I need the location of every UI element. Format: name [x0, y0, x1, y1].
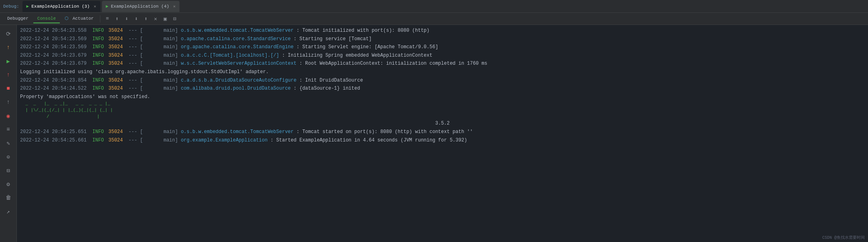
- log-pid: 35024: [108, 77, 128, 84]
- log-level: INFO: [92, 43, 108, 51]
- version-line: 3.5.2: [17, 120, 868, 128]
- toolbar-grid-btn[interactable]: ▣: [161, 14, 169, 23]
- log-thread: main: [143, 128, 175, 136]
- log-thread: main: [143, 60, 175, 68]
- tab-run-icon-4: ▶: [106, 4, 109, 9]
- log-logger: o.s.b.w.embedded.tomcat.TomcatWebServer: [181, 128, 293, 136]
- log-message: : Root WebApplicationContext: initializa…: [296, 60, 487, 68]
- log-thread: main: [143, 52, 175, 59]
- log-message: : Starting service [Tomcat]: [291, 35, 372, 43]
- log-thread: main: [143, 77, 175, 84]
- log-line: 2022-12-24 20:54:23.679 INFO 35024 --- […: [17, 59, 868, 68]
- sidebar-align-btn[interactable]: ≡: [2, 123, 15, 136]
- sidebar-up-btn[interactable]: ↑: [2, 96, 15, 109]
- tab-label-3: ExampleApplication (3): [31, 4, 90, 9]
- log-level: INFO: [92, 77, 108, 84]
- sidebar-record-btn[interactable]: ◉: [2, 109, 15, 122]
- toolbar-cancel-btn[interactable]: ✕: [151, 14, 160, 23]
- sidebar-settings-btn[interactable]: ⚙: [2, 178, 15, 191]
- log-level: INFO: [92, 85, 108, 92]
- log-thread: main: [143, 43, 175, 51]
- log-line: 2022-12-24 20:54:23.679 INFO 35024 --- […: [17, 51, 868, 60]
- log-line: 2022-12-24 20:54:25.651 INFO 35024 --- […: [17, 128, 868, 136]
- tab-actuator[interactable]: ⬡ Actuator: [61, 14, 98, 23]
- tab-close-3[interactable]: ✕: [94, 4, 96, 9]
- toolbar-up-btn[interactable]: ⬆: [112, 14, 121, 23]
- sidebar-stop-btn[interactable]: ■: [2, 82, 15, 95]
- log-thread: main: [143, 85, 175, 92]
- log-message: : Initializing Spring embedded WebApplic…: [279, 52, 432, 59]
- tab-app-4[interactable]: ▶ ExampleApplication (4) ✕: [102, 1, 180, 12]
- watermark: CSDN @鱼找水需要时间: [822, 235, 865, 240]
- log-logger: w.s.c.ServletWebServerApplicationContext: [181, 60, 296, 68]
- spring-banner: _ _ |_ _ _|_ _ _ _ _ _ |_ | |\/_|(_(/_| …: [17, 101, 868, 120]
- actuator-icon: ⬡: [65, 16, 69, 21]
- top-bar: Debug: ▶ ExampleApplication (3) ✕ ▶ Exam…: [0, 0, 868, 13]
- log-pid: 35024: [108, 35, 128, 43]
- tab-console[interactable]: Console: [33, 14, 60, 23]
- log-line: 2022-12-24 20:54:24.522 INFO 35024 --- […: [17, 84, 868, 93]
- log-logger: org.example.ExampleApplication: [181, 137, 267, 144]
- log-pid: 35024: [108, 128, 128, 136]
- toolbar-separator: [100, 15, 100, 23]
- log-timestamp: 2022-12-24 20:54:23.558: [20, 27, 92, 35]
- log-thread: main: [143, 27, 175, 35]
- sidebar-edit-btn[interactable]: ✎: [2, 137, 15, 150]
- log-level: INFO: [92, 60, 108, 68]
- log-message: : Tomcat initialized with port(s): 8080 …: [293, 27, 429, 35]
- log-message: : Tomcat started on port(s): 8080 (http)…: [293, 128, 473, 136]
- log-line: 2022-12-24 20:54:23.558 INFO 35024 --- […: [17, 27, 868, 35]
- log-logger: o.a.c.c.C.[Tomcat].[localhost].[/]: [181, 52, 279, 59]
- debug-label: Debug:: [3, 4, 19, 9]
- log-logger: c.a.d.s.b.a.DruidDataSourceAutoConfigure: [181, 77, 296, 84]
- tab-debugger[interactable]: Debugger: [3, 14, 33, 23]
- log-message: : Init DruidDataSource: [296, 77, 363, 84]
- tab-app-3[interactable]: ▶ ExampleApplication (3) ✕: [22, 1, 100, 12]
- log-level: INFO: [92, 52, 108, 59]
- sidebar-camera-btn[interactable]: ⊙: [2, 150, 15, 163]
- sidebar-restart-btn[interactable]: ⟳: [2, 27, 15, 40]
- tab-close-4[interactable]: ✕: [173, 4, 175, 9]
- sidebar-resume-btn[interactable]: ↑: [2, 41, 15, 54]
- toolbar-menu-btn[interactable]: ≡: [103, 14, 112, 23]
- log-logger: o.apache.catalina.core.StandardService: [181, 35, 291, 43]
- log-pid: 35024: [108, 27, 128, 35]
- tab-run-icon-3: ▶: [26, 4, 29, 9]
- toolbar-down-btn[interactable]: ⬇: [122, 14, 131, 23]
- log-line: 2022-12-24 20:54:23.854 INFO 35024 --- […: [17, 76, 868, 85]
- plain-log-line: Logging initialized using 'class org.apa…: [17, 68, 868, 76]
- sidebar-trash-btn[interactable]: 🗑: [2, 191, 15, 204]
- sidebar-play-btn[interactable]: ▶: [2, 55, 15, 68]
- log-timestamp: 2022-12-24 20:54:23.569: [20, 35, 92, 43]
- sidebar-pin-btn[interactable]: ↗: [2, 205, 15, 218]
- sidebar-stepover-btn[interactable]: ↑: [2, 68, 15, 81]
- console-output: 2022-12-24 20:54:23.558 INFO 35024 --- […: [17, 25, 868, 242]
- log-message: : Started ExampleApplication in 4.64 sec…: [267, 137, 467, 144]
- toolbar: Debugger Console ⬡ Actuator ≡ ⬆ ⬇ ⬇ ⬆ ✕ …: [0, 13, 868, 25]
- log-thread: main: [143, 35, 175, 43]
- sidebar-print-btn[interactable]: ⊟: [2, 164, 15, 177]
- log-pid: 35024: [108, 137, 128, 144]
- main-container: ⟳ ↑ ▶ ↑ ■ ↑ ◉ ≡ ✎ ⊙ ⊟ ⚙ 🗑 ↗ 2022-12-24 2…: [0, 25, 868, 242]
- log-level: INFO: [92, 137, 108, 144]
- log-timestamp: 2022-12-24 20:54:24.522: [20, 85, 92, 92]
- log-timestamp: 2022-12-24 20:54:23.679: [20, 60, 92, 68]
- log-timestamp: 2022-12-24 20:54:23.854: [20, 77, 92, 84]
- log-timestamp: 2022-12-24 20:54:25.651: [20, 128, 92, 136]
- log-level: INFO: [92, 128, 108, 136]
- log-message: : Starting Servlet engine: [Apache Tomca…: [293, 43, 438, 51]
- log-timestamp: 2022-12-24 20:54:23.569: [20, 43, 92, 51]
- log-line: 2022-12-24 20:54:23.569 INFO 35024 --- […: [17, 43, 868, 51]
- log-pid: 35024: [108, 43, 128, 51]
- log-pid: 35024: [108, 52, 128, 59]
- toolbar-up2-btn[interactable]: ⬆: [141, 14, 150, 23]
- log-line: 2022-12-24 20:54:23.569 INFO 35024 --- […: [17, 35, 868, 43]
- log-timestamp: 2022-12-24 20:54:25.661: [20, 137, 92, 144]
- log-pid: 35024: [108, 60, 128, 68]
- log-logger: com.alibaba.druid.pool.DruidDataSource: [181, 85, 291, 92]
- toolbar-down2-btn[interactable]: ⬇: [132, 14, 141, 23]
- log-thread: main: [143, 137, 175, 144]
- toolbar-list-btn[interactable]: ⊟: [170, 14, 179, 23]
- sidebar: ⟳ ↑ ▶ ↑ ■ ↑ ◉ ≡ ✎ ⊙ ⊟ ⚙ 🗑 ↗: [0, 25, 17, 242]
- tab-label-4: ExampleApplication (4): [111, 4, 169, 9]
